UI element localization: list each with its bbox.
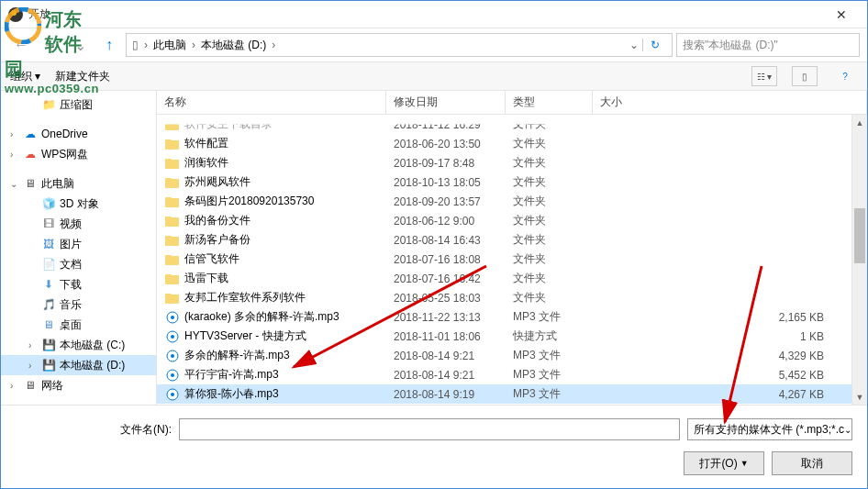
file-name: 信管飞软件	[184, 251, 394, 267]
search-input[interactable]: 搜索"本地磁盘 (D:)"	[676, 33, 860, 57]
sidebar-item[interactable]: 📁压缩图	[1, 94, 156, 115]
refresh-button[interactable]: ↻	[642, 39, 666, 51]
sidebar-item[interactable]: ›💾本地磁盘 (D:)	[1, 355, 156, 375]
file-row[interactable]: 条码图片201809201357302018-09-20 13:57文件夹	[157, 192, 851, 211]
view-mode-button[interactable]: ☷ ▾	[751, 66, 777, 86]
new-folder-button[interactable]: 新建文件夹	[55, 69, 110, 84]
breadcrumb[interactable]: ▯ › 此电脑 › 本地磁盘 (D:) › ⌄ ↻	[126, 33, 673, 57]
file-type: 文件夹	[513, 271, 600, 286]
doc-icon: 📄	[41, 257, 56, 272]
forward-button[interactable]: →	[38, 34, 63, 56]
file-row[interactable]: 算你狠-陈小春.mp32018-08-14 9:19MP3 文件4,267 KB	[157, 384, 851, 404]
filename-label: 文件名(N):	[16, 422, 172, 438]
file-type: 文件夹	[513, 290, 600, 306]
column-name[interactable]: 名称	[157, 91, 386, 114]
up-button[interactable]: ↑	[96, 34, 122, 56]
open-button[interactable]: 打开(O)▼	[684, 451, 764, 475]
close-button[interactable]: ✕	[823, 2, 860, 28]
file-date: 2018-06-20 13:50	[394, 138, 513, 150]
organize-button[interactable]: 组织 ▾	[10, 69, 40, 84]
column-date[interactable]: 修改日期	[386, 91, 506, 114]
file-row[interactable]: 我的备份文件2018-06-12 9:00文件夹	[157, 211, 851, 230]
file-row[interactable]: 友邦工作室软件系列软件2018-05-25 18:03文件夹	[157, 288, 851, 307]
breadcrumb-dropdown-icon[interactable]: ⌄	[629, 39, 639, 51]
sidebar-item[interactable]: 📄文档	[1, 254, 156, 274]
sidebar-item[interactable]: 🧊3D 对象	[1, 194, 156, 214]
file-date: 2018-07-16 18:08	[394, 253, 513, 266]
music-icon: 🎵	[41, 297, 56, 312]
breadcrumb-item[interactable]: 此电脑	[153, 38, 186, 53]
pc-icon: 🖥	[23, 176, 38, 191]
back-button[interactable]: ←	[8, 34, 34, 56]
sidebar-item-label: 文档	[60, 257, 82, 272]
file-row[interactable]: 软件配置2018-06-20 13:50文件夹	[157, 134, 851, 153]
svg-point-7	[171, 373, 174, 377]
file-name: 苏州飓风软件	[184, 174, 394, 190]
breadcrumb-item[interactable]: 本地磁盘 (D:)	[201, 38, 266, 53]
file-type: 文件夹	[513, 194, 600, 209]
sidebar-item[interactable]: ›☁WPS网盘	[1, 144, 156, 164]
sidebar-item[interactable]: 🖥桌面	[1, 315, 156, 335]
file-type: MP3 文件	[513, 386, 600, 402]
folder-icon	[164, 252, 181, 267]
file-date: 2018-05-25 18:03	[394, 292, 513, 305]
column-size[interactable]: 大小	[593, 91, 867, 114]
sidebar-item[interactable]: 🎵音乐	[1, 295, 156, 315]
file-row[interactable]: 苏州飓风软件2018-10-13 18:05文件夹	[157, 172, 851, 192]
help-button[interactable]: ?	[832, 66, 858, 86]
file-name: HYTV3Server - 快捷方式	[184, 328, 394, 344]
mp3-icon	[164, 349, 181, 363]
preview-pane-button[interactable]: ▯	[792, 66, 818, 86]
mp3-icon	[164, 310, 181, 325]
file-type: 文件夹	[513, 251, 600, 267]
cancel-button[interactable]: 取消	[772, 451, 852, 475]
file-row[interactable]: 软件安主下载目录2018-11-12 16:29文件夹	[157, 115, 851, 134]
file-size: 4,267 KB	[600, 388, 851, 401]
file-row[interactable]: 多余的解释-许嵩.mp32018-08-14 9:21MP3 文件4,329 K…	[157, 346, 851, 365]
sidebar-item[interactable]: ⬇下载	[1, 274, 156, 295]
folder-icon	[164, 175, 181, 190]
folder-icon	[164, 117, 181, 132]
scrollbar[interactable]: ▲ ▼	[851, 115, 867, 405]
file-size: 4,329 KB	[600, 350, 851, 362]
file-name: 迅雷下载	[184, 271, 394, 286]
bottom-panel: 文件名(N): 所有支持的媒体文件 (*.mp3;*.c⌄ 打开(O)▼ 取消	[1, 405, 867, 488]
file-row[interactable]: 润衡软件2018-09-17 8:48文件夹	[157, 153, 851, 172]
file-row[interactable]: (karaoke) 多余的解释-许嵩.mp32018-11-22 13:13MP…	[157, 307, 851, 327]
file-row[interactable]: 平行宇宙-许嵩.mp32018-08-14 9:21MP3 文件5,452 KB	[157, 365, 851, 384]
file-row[interactable]: 迅雷下载2018-07-16 16:42文件夹	[157, 269, 851, 288]
sidebar-item[interactable]: ›☁OneDrive	[1, 124, 156, 144]
file-type-filter[interactable]: 所有支持的媒体文件 (*.mp3;*.c⌄	[687, 418, 852, 440]
sidebar-item-label: 音乐	[60, 297, 82, 313]
file-name: 多余的解释-许嵩.mp3	[184, 348, 394, 363]
app-icon	[8, 7, 23, 22]
sidebar-item[interactable]: 🎞视频	[1, 214, 156, 234]
sidebar-item-label: 本地磁盘 (D:)	[60, 358, 125, 373]
sidebar-item-label: WPS网盘	[41, 147, 88, 162]
file-row[interactable]: HYTV3Server - 快捷方式2018-11-01 18:06快捷方式1 …	[157, 327, 851, 346]
obj3d-icon: 🧊	[41, 196, 56, 211]
column-type[interactable]: 类型	[506, 91, 593, 114]
file-size: 2,165 KB	[600, 311, 851, 324]
file-name: 我的备份文件	[184, 213, 394, 228]
scroll-thumb[interactable]	[854, 208, 865, 263]
file-date: 2018-09-20 13:57	[394, 195, 513, 208]
column-headers: 名称 修改日期 类型 大小	[157, 91, 867, 115]
sidebar-item[interactable]: 🖼图片	[1, 234, 156, 254]
sidebar-item[interactable]: ›💾本地磁盘 (C:)	[1, 335, 156, 355]
folder-icon: 📁	[41, 97, 56, 112]
scroll-down-button[interactable]: ▼	[852, 389, 867, 405]
wps-icon: ☁	[23, 147, 38, 161]
mp3-icon	[164, 387, 181, 402]
file-row[interactable]: 新汤客户备份2018-08-14 16:43文件夹	[157, 230, 851, 250]
svg-point-9	[171, 393, 174, 396]
filename-input[interactable]	[179, 418, 680, 440]
history-dropdown[interactable]: ⌄	[67, 34, 93, 56]
scroll-up-button[interactable]: ▲	[852, 115, 867, 130]
sidebar-item[interactable]: ⌄🖥此电脑	[1, 173, 156, 194]
sidebar-item[interactable]: ›🖥网络	[1, 375, 156, 395]
folder-icon	[164, 156, 181, 171]
file-row[interactable]: 信管飞软件2018-07-16 18:08文件夹	[157, 250, 851, 269]
folder-icon	[164, 272, 181, 286]
file-name: 软件配置	[184, 136, 394, 151]
